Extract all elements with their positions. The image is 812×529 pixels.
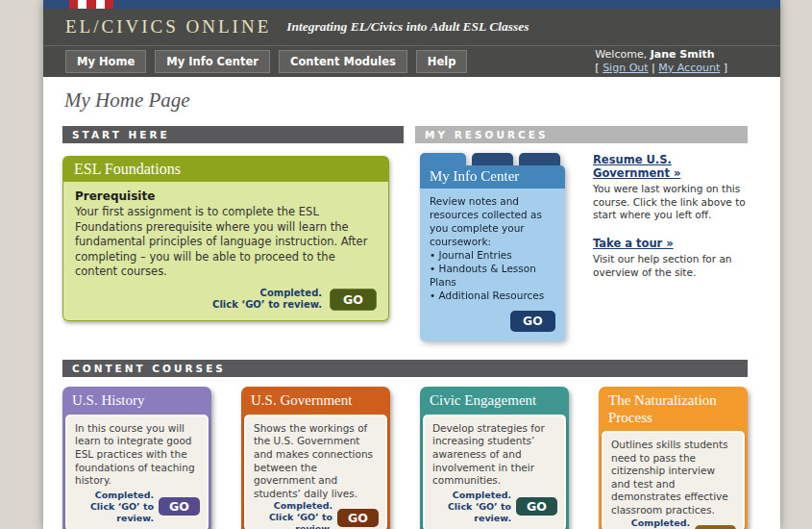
page-background: EL/CIVICS ONLINE Integrating EL/Civics i… [0,0,812,529]
my-info-center-card: My Info Center Review notes and resource… [420,153,565,341]
take-a-tour-description: Visit our help section for an overview o… [593,253,747,279]
naturalization-go-button[interactable]: GO [695,525,736,529]
info-center-go-button[interactable]: GO [510,311,555,333]
nav-my-info-center[interactable]: My Info Center [155,50,270,73]
course-completed-status: Completed. Click ‘GO’ to review. [611,517,690,529]
course-title: U.S. History [62,387,211,414]
list-item: Additional Resources [430,290,555,303]
course-card-us-government: U.S. Government Shows the workings of th… [241,387,390,529]
list-item: Handouts & Lesson Plans [430,263,555,290]
main-content: My Home Page START HERE ESL Foundations … [43,77,780,529]
info-tab-active[interactable] [420,153,466,165]
us-history-go-button[interactable]: GO [159,497,200,516]
esl-card-description: Your first assignment is to complete the… [75,205,377,280]
course-completed-status: Completed. Click ‘GO’ to review. [432,490,511,524]
site-header: EL/CIVICS ONLINE Integrating EL/Civics i… [43,9,780,45]
esl-completed-status: Completed. Click ‘GO’ to review. [212,288,322,312]
course-title: Civic Engagement [420,387,569,414]
page-title: My Home Page [64,88,761,113]
course-panel: Develop strategies for increasing studen… [423,415,566,529]
info-card-tabs [420,153,565,165]
info-card-title: My Info Center [420,165,565,189]
nav-help[interactable]: Help [416,50,468,73]
course-completed-status: Completed. Click ‘GO’ to review. [254,500,332,529]
user-name: Jane Smith [651,48,715,61]
sign-out-link[interactable]: Sign Out [603,62,648,74]
nav-content-modules[interactable]: Content Modules [279,50,407,73]
site-page: EL/CIVICS ONLINE Integrating EL/Civics i… [43,0,780,529]
resource-links: Resume U.S. Government » You were last w… [593,153,747,341]
welcome-block: Welcome, Jane Smith [ Sign Out | My Acco… [595,48,727,76]
course-description: Develop strategies for increasing studen… [432,422,557,488]
info-card-list: Journal Entries Handouts & Lesson Plans … [430,249,555,302]
course-card-us-history: U.S. History In this course you will lea… [62,387,211,529]
esl-foundations-card: ESL Foundations Prerequisite Your first … [62,156,389,321]
esl-card-title: ESL Foundations [62,156,389,182]
prerequisite-label: Prerequisite [75,189,377,203]
course-card-naturalization-process: The Naturalization Process Outlines skil… [599,387,748,529]
info-tab-tertiary[interactable] [519,153,560,165]
start-here-header: START HERE [62,126,404,143]
site-tagline: Integrating EL/Civics into Adult ESL Cla… [286,19,529,35]
flag-stripes-icon [69,0,113,9]
resume-course-description: You were last working on this course. Cl… [593,183,747,222]
resume-course-link[interactable]: Resume U.S. Government » [593,153,680,180]
course-description: In this course you will learn to integra… [75,422,200,488]
course-description: Outlines skills students need to pass th… [611,439,736,517]
content-courses-header: CONTENT COURSES [62,360,748,377]
course-description: Shows the workings of the U.S. Governmen… [254,422,379,501]
top-flag-bar [43,0,780,9]
course-panel: In this course you will learn to integra… [65,415,209,529]
course-panel: Outlines skills students need to pass th… [602,431,745,529]
course-panel: Shows the workings of the U.S. Governmen… [244,415,387,529]
account-links: [ Sign Out | My Account ] [595,62,727,75]
nav-my-home[interactable]: My Home [65,50,146,73]
civic-engagement-go-button[interactable]: GO [516,497,557,516]
course-card-civic-engagement: Civic Engagement Develop strategies for … [420,387,569,529]
my-resources-header: MY RESOURCES [415,126,748,143]
course-title: U.S. Government [241,387,390,414]
esl-card-body: Prerequisite Your first assignment is to… [62,182,389,321]
course-completed-status: Completed. Click ‘GO’ to review. [75,490,154,524]
welcome-text: Welcome, Jane Smith [595,48,727,62]
info-card-intro: Review notes and resources collected as … [430,195,555,248]
course-title: The Naturalization Process [599,387,748,431]
info-tab-secondary[interactable] [472,153,513,165]
info-card-body: Review notes and resources collected as … [420,189,565,341]
my-account-link[interactable]: My Account [658,62,720,74]
esl-go-button[interactable]: GO [330,289,377,311]
course-cards-row: U.S. History In this course you will lea… [62,387,748,529]
take-a-tour-link[interactable]: Take a tour » [593,237,674,250]
list-item: Journal Entries [430,249,555,263]
main-nav: My Home My Info Center Content Modules H… [43,45,780,77]
us-government-go-button[interactable]: GO [337,509,379,527]
site-logo: EL/CIVICS ONLINE [65,16,271,38]
